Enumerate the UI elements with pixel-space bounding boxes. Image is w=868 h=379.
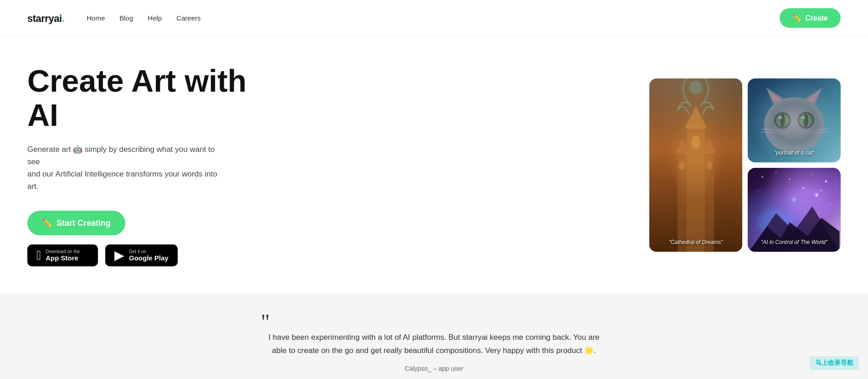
- svg-point-33: [757, 190, 758, 191]
- nav-link-help[interactable]: Help: [148, 14, 162, 22]
- svg-point-18: [799, 114, 812, 127]
- store-buttons:  Download on the App Store ▶ Get it on …: [27, 244, 264, 266]
- testimonial-section: " I have been experimenting with a lot o…: [0, 294, 868, 379]
- start-creating-button[interactable]: ✏️ Start Creating: [27, 211, 125, 235]
- hero-title: Create Art with AI: [27, 64, 264, 132]
- hero-section: Create Art with AI Generate art 🤖 simply…: [0, 36, 868, 294]
- svg-rect-3: [705, 151, 714, 252]
- cat-label: "portrait of a cat": [748, 148, 841, 158]
- svg-point-41: [813, 192, 819, 197]
- svg-marker-1: [684, 106, 707, 129]
- svg-point-42: [802, 187, 804, 189]
- nav-links: Home Blog Help Careers: [87, 14, 200, 22]
- nav-link-home[interactable]: Home: [87, 14, 105, 22]
- svg-point-15: [774, 112, 791, 129]
- testimonial-text: I have been experimenting with a lot of …: [261, 331, 607, 358]
- google-play-button[interactable]: ▶ Get it on Google Play: [105, 244, 178, 266]
- cathedral-label: "Cathedral of Dreams": [649, 237, 742, 247]
- navbar: starryai. Home Blog Help Careers ✏️ Crea…: [0, 0, 868, 36]
- svg-point-32: [825, 181, 827, 182]
- svg-point-29: [776, 172, 776, 173]
- hero-art-grid: "Cathedral of Dreams": [649, 78, 841, 252]
- svg-point-21: [779, 116, 781, 119]
- svg-point-20: [803, 114, 808, 127]
- svg-point-10: [764, 97, 825, 153]
- hero-subtitle: Generate art 🤖 simply by describing what…: [27, 143, 228, 193]
- google-play-text: Get it on Google Play: [129, 249, 169, 262]
- svg-marker-23: [791, 131, 797, 135]
- apple-icon: : [36, 249, 41, 262]
- hero-actions: ✏️ Start Creating  Download on the App …: [27, 211, 264, 266]
- app-store-button[interactable]:  Download on the App Store: [27, 244, 98, 266]
- testimonial-author: Calypso_ – app user: [27, 365, 841, 372]
- svg-point-44: [791, 196, 798, 203]
- corner-tag: 马上收录导航: [810, 356, 859, 370]
- svg-line-25: [761, 132, 788, 134]
- art-card-cathedral: "Cathedral of Dreams": [649, 78, 742, 252]
- nav-link-careers[interactable]: Careers: [176, 14, 200, 22]
- pencil-icon: ✏️: [792, 14, 801, 22]
- svg-point-8: [706, 161, 713, 170]
- galaxy-label: "AI in Control of The World": [748, 237, 841, 247]
- logo: starryai.: [27, 11, 65, 25]
- svg-marker-4: [675, 138, 689, 154]
- art-card-cat: "portrait of a cat": [748, 78, 841, 162]
- quote-mark-open: ": [261, 317, 607, 327]
- svg-line-27: [800, 132, 827, 134]
- svg-point-31: [812, 174, 813, 175]
- nav-link-blog[interactable]: Blog: [119, 14, 133, 22]
- pencil-icon-start: ✏️: [42, 218, 52, 228]
- hero-left: Create Art with AI Generate art 🤖 simply…: [27, 64, 264, 266]
- svg-point-28: [762, 177, 763, 178]
- svg-point-7: [679, 161, 685, 170]
- testimonial-container: " I have been experimenting with a lot o…: [27, 317, 841, 372]
- svg-point-9: [689, 81, 703, 94]
- app-store-text: Download on the App Store: [46, 249, 80, 262]
- svg-point-30: [789, 179, 791, 180]
- art-card-galaxy: "AI in Control of The World": [748, 168, 841, 252]
- svg-marker-5: [703, 138, 716, 154]
- svg-point-22: [802, 116, 805, 119]
- google-play-icon: ▶: [114, 249, 124, 262]
- nav-left: starryai. Home Blog Help Careers: [27, 11, 201, 25]
- svg-rect-2: [678, 151, 687, 252]
- svg-line-24: [762, 129, 789, 132]
- svg-point-16: [797, 112, 814, 129]
- svg-point-19: [780, 114, 785, 127]
- create-button[interactable]: ✏️ Create: [780, 8, 841, 28]
- svg-point-6: [691, 136, 700, 149]
- svg-rect-0: [687, 124, 705, 252]
- svg-point-17: [776, 114, 789, 127]
